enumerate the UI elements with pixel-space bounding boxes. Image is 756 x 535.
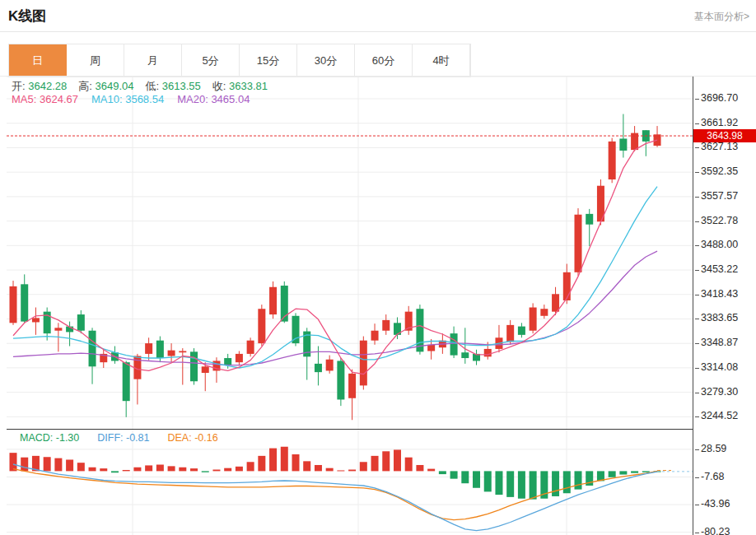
header-divider xyxy=(0,31,756,32)
tab-5min[interactable]: 5分 xyxy=(182,44,240,77)
macd-tick-label: 28.59 xyxy=(695,443,726,454)
ohlc-readout: 开: 3642.28高: 3649.04低: 3613.55收: 3633.81 xyxy=(12,79,279,94)
price-tick-label: 3696.70 xyxy=(695,92,738,104)
ma10-readout: MA10: 3568.54 xyxy=(91,93,164,105)
price-tick-label: 3661.92 xyxy=(695,117,738,128)
ma5-line xyxy=(13,140,657,374)
macd-readout: MACD: -1.30DIFF: -0.81DEA: -0.16 xyxy=(20,432,236,444)
tab-30min[interactable]: 30分 xyxy=(297,44,355,77)
dea-value: DEA: -0.16 xyxy=(168,432,218,444)
ma20-readout: MA20: 3465.04 xyxy=(177,93,250,105)
fundamental-analysis-link[interactable]: 基本面分析> xyxy=(694,10,749,24)
open-value: 3642.28 xyxy=(28,80,67,92)
diff-value: DIFF: -0.81 xyxy=(97,432,149,444)
price-tick-label: 3244.52 xyxy=(695,410,738,421)
price-tick-label: 3418.43 xyxy=(695,288,738,300)
price-tick-label: 3522.78 xyxy=(695,215,738,226)
macd-tick-label: -7.68 xyxy=(695,471,725,482)
gridlines xyxy=(7,77,693,535)
macd-histogram xyxy=(10,447,661,500)
kline-page: { "header": { "title": "K线图", "link": "基… xyxy=(0,0,756,535)
close-value: 3633.81 xyxy=(229,80,268,92)
price-tick-label: 3627.13 xyxy=(695,141,738,152)
macd-tick-label: -43.96 xyxy=(695,498,730,509)
diff-line xyxy=(13,464,657,531)
price-tick-label: 3279.30 xyxy=(695,386,738,398)
dea-line xyxy=(13,469,657,520)
close-label: 收: xyxy=(212,80,226,92)
y-axis: 3696.703661.923627.133592.353557.573522.… xyxy=(693,77,756,535)
interval-tabs: 日 周 月 5分 15分 30分 60分 4时 xyxy=(8,44,471,77)
ma10-line xyxy=(13,187,657,368)
price-tick-label: 3488.00 xyxy=(695,239,738,250)
price-tick-label: 3453.22 xyxy=(695,263,738,275)
open-label: 开: xyxy=(12,80,26,92)
low-label: 低: xyxy=(146,80,160,92)
kline-chart xyxy=(7,77,693,535)
zero-tail xyxy=(657,471,693,472)
tab-week[interactable]: 周 xyxy=(67,44,124,77)
price-tick-label: 3592.35 xyxy=(695,165,738,177)
high-value: 3649.04 xyxy=(96,80,134,92)
price-tick-label: 3314.08 xyxy=(695,361,738,373)
ma5-readout: MA5: 3624.67 xyxy=(12,93,78,105)
tab-60min[interactable]: 60分 xyxy=(355,44,413,77)
price-tick-label: 3348.87 xyxy=(695,337,738,348)
low-value: 3613.55 xyxy=(162,80,201,92)
price-tick-label: 3383.65 xyxy=(695,312,738,323)
macd-tick-label: -80.23 xyxy=(695,526,730,535)
macd-value: MACD: -1.30 xyxy=(20,432,79,444)
tab-day[interactable]: 日 xyxy=(9,44,67,77)
candles-group xyxy=(10,114,661,421)
page-title: K线图 xyxy=(8,7,46,26)
last-price-badge: 3643.98 xyxy=(693,129,756,142)
ma-readout: MA5: 3624.67MA10: 3568.54MA20: 3465.04 xyxy=(12,93,263,105)
tab-15min[interactable]: 15分 xyxy=(240,44,297,77)
tab-4hour[interactable]: 4时 xyxy=(413,44,470,77)
high-label: 高: xyxy=(78,80,92,92)
price-tick-label: 3557.57 xyxy=(695,190,738,202)
tab-month[interactable]: 月 xyxy=(124,44,182,77)
